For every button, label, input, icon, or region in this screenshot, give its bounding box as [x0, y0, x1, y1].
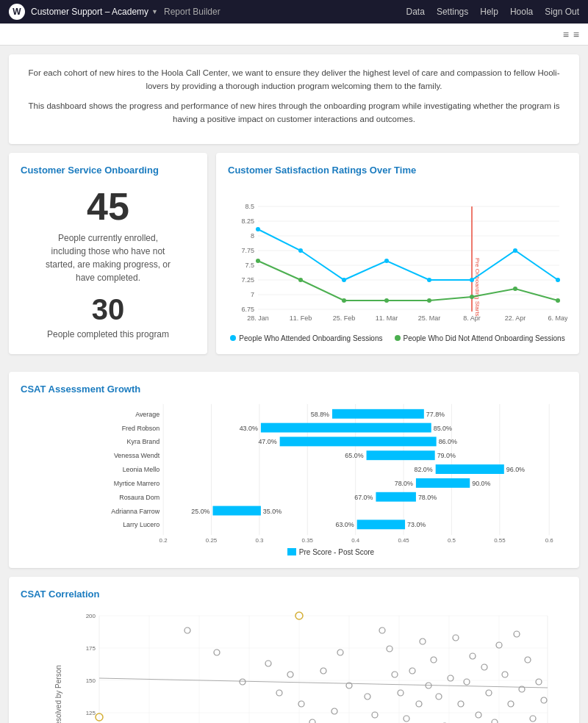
- svg-text:82.0%: 82.0%: [414, 466, 432, 473]
- scatter-y-label: Tickets Resolved by Person: [54, 665, 62, 723]
- svg-point-147: [404, 716, 409, 722]
- toolbar-list-icon[interactable]: ≡: [573, 29, 579, 40]
- svg-rect-81: [212, 506, 260, 515]
- svg-text:0.3: 0.3: [255, 537, 264, 544]
- svg-point-28: [342, 278, 346, 282]
- logo: W: [9, 4, 25, 20]
- svg-text:79.0%: 79.0%: [437, 452, 456, 459]
- legend-pre-post: Pre Score - Post Score: [287, 548, 374, 556]
- svg-point-153: [436, 694, 442, 699]
- brand-dropdown-arrow[interactable]: ▼: [151, 8, 158, 15]
- svg-text:Fred Robson: Fred Robson: [122, 424, 160, 431]
- legend-dot-attended: [230, 335, 236, 341]
- svg-point-32: [513, 248, 517, 253]
- svg-point-130: [240, 679, 245, 685]
- satisfaction-legend: People Who Attended Onboarding Sessions …: [228, 334, 567, 342]
- svg-text:65.0%: 65.0%: [345, 452, 363, 459]
- report-builder-label[interactable]: Report Builder: [164, 7, 220, 17]
- csat-correlation-card: CSAT Correlation Tickets Resolved by Per…: [9, 577, 579, 723]
- csat-correlation-title: CSAT Correlation: [21, 589, 567, 600]
- svg-text:0.55: 0.55: [494, 537, 506, 544]
- nav-help[interactable]: Help: [480, 7, 498, 17]
- svg-rect-63: [261, 422, 431, 432]
- completed-label: People completed this program: [21, 329, 196, 339]
- svg-point-161: [481, 664, 487, 670]
- svg-point-146: [398, 690, 404, 696]
- satisfaction-chart: .axis-label { font: 9px Arial; fill: #66…: [228, 184, 567, 342]
- svg-point-36: [342, 298, 346, 303]
- svg-point-40: [513, 287, 517, 291]
- svg-rect-72: [436, 464, 504, 474]
- toolbar-grid-icon[interactable]: ≡: [563, 29, 569, 40]
- legend-label-not-attended: People Who Did Not Attend Onboarding Ses…: [404, 334, 565, 342]
- svg-text:22. Apr: 22. Apr: [505, 314, 526, 322]
- enrolled-label: People currently enrolled, including tho…: [42, 231, 174, 284]
- brand-label[interactable]: Customer Support – Academy ▼: [31, 7, 158, 17]
- svg-point-141: [365, 694, 370, 699]
- svg-point-159: [470, 653, 476, 659]
- svg-text:Average: Average: [135, 410, 159, 417]
- svg-text:67.0%: 67.0%: [354, 493, 373, 500]
- svg-text:Rosaura Dom: Rosaura Dom: [119, 493, 159, 500]
- svg-text:86.0%: 86.0%: [439, 438, 457, 445]
- svg-text:7.5: 7.5: [245, 262, 254, 269]
- csat-growth-chart: .blabel { font: 9px Arial; fill: #444; }…: [21, 403, 567, 556]
- svg-text:7.75: 7.75: [241, 247, 254, 254]
- svg-point-149: [416, 701, 422, 707]
- svg-point-137: [331, 708, 337, 714]
- nav-settings[interactable]: Settings: [437, 7, 468, 17]
- svg-point-156: [453, 635, 459, 641]
- svg-text:73.0%: 73.0%: [407, 521, 426, 528]
- svg-point-27: [298, 248, 303, 253]
- legend-dot-not-attended: [395, 335, 401, 341]
- svg-text:Kyra Brand: Kyra Brand: [127, 438, 160, 445]
- svg-point-131: [265, 661, 271, 666]
- svg-text:7: 7: [251, 291, 254, 298]
- intro-para2: This dashboard shows the progress and pe…: [21, 99, 567, 126]
- svg-rect-78: [376, 492, 415, 501]
- svg-text:Larry Lucero: Larry Lucero: [123, 521, 159, 528]
- svg-text:85.0%: 85.0%: [434, 424, 452, 431]
- svg-point-37: [384, 298, 389, 303]
- svg-point-163: [492, 719, 498, 723]
- svg-rect-69: [367, 450, 435, 460]
- nav-hoola[interactable]: Hoola: [510, 7, 533, 17]
- svg-text:0.25: 0.25: [206, 537, 218, 544]
- svg-point-144: [387, 646, 392, 652]
- svg-point-29: [384, 259, 389, 263]
- svg-point-26: [256, 227, 260, 231]
- svg-text:0.6: 0.6: [545, 537, 554, 544]
- svg-text:8.5: 8.5: [245, 203, 254, 210]
- svg-text:200: 200: [86, 613, 96, 619]
- satisfaction-card: Customer Satisfaction Ratings Over Time …: [216, 153, 579, 354]
- toolbar: ≡ ≡: [0, 24, 588, 46]
- svg-rect-75: [416, 478, 470, 488]
- svg-point-34: [256, 259, 260, 263]
- intro-para1: For each cohort of new hires to the Hool…: [21, 66, 567, 93]
- svg-point-157: [458, 701, 464, 707]
- svg-point-170: [530, 716, 536, 722]
- legend-not-attended: People Who Did Not Attend Onboarding Ses…: [395, 334, 565, 342]
- nav-data[interactable]: Data: [406, 7, 425, 17]
- svg-point-128: [184, 627, 190, 633]
- svg-point-135: [309, 719, 315, 723]
- onboarding-title: Customer Service Onboarding: [21, 165, 196, 176]
- svg-point-171: [536, 679, 542, 685]
- svg-rect-60: [332, 409, 424, 418]
- svg-point-33: [556, 278, 560, 282]
- svg-text:175: 175: [86, 645, 96, 652]
- row-onboarding-satisfaction: Customer Service Onboarding 45 People cu…: [9, 153, 579, 363]
- svg-point-172: [541, 697, 547, 703]
- header-nav: Data Settings Help Hoola Sign Out: [406, 7, 579, 17]
- svg-point-132: [276, 690, 282, 696]
- svg-point-39: [470, 295, 474, 299]
- svg-rect-66: [280, 436, 437, 446]
- nav-signout[interactable]: Sign Out: [545, 7, 579, 17]
- svg-text:28. Jan: 28. Jan: [247, 314, 269, 322]
- header: W Customer Support – Academy ▼ Report Bu…: [0, 0, 588, 24]
- svg-point-136: [320, 668, 326, 674]
- scatter-chart-container: Tickets Resolved by Person .slabel { fon…: [21, 608, 567, 723]
- svg-text:25.0%: 25.0%: [191, 507, 209, 514]
- svg-text:8.25: 8.25: [241, 217, 254, 225]
- completed-number: 30: [21, 293, 196, 326]
